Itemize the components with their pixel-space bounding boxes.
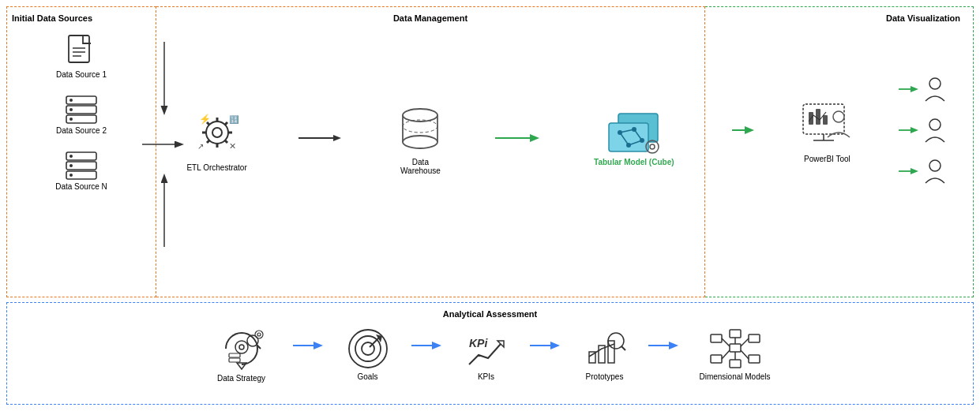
svg-rect-0 [69, 35, 89, 62]
kpis-icon: KPi [463, 327, 510, 371]
arrow-to-user-2 [899, 125, 921, 136]
svg-marker-100 [669, 342, 678, 349]
svg-point-79 [255, 331, 263, 338]
main-container: Initial Data Sources Data Source 1 [0, 0, 980, 411]
svg-marker-93 [550, 342, 560, 349]
data-strategy-item: Data Strategy [190, 325, 293, 383]
svg-point-15 [69, 174, 73, 177]
svg-point-65 [929, 78, 941, 89]
data-management-title: Data Management [161, 13, 700, 23]
svg-point-53 [650, 144, 655, 149]
analytical-assessment-title: Analytical Assessment [443, 309, 537, 319]
arrow-goals-kpis [411, 338, 443, 354]
warehouse-icon [396, 101, 444, 156]
warehouse-block: DataWarehouse [396, 101, 444, 175]
svg-rect-76 [229, 358, 240, 362]
svg-marker-55 [745, 126, 754, 134]
svg-text:⚡: ⚡ [199, 113, 211, 125]
svg-line-98 [621, 346, 625, 350]
kpis-label: KPIs [478, 372, 494, 381]
source-n-label: Data Source N [55, 182, 107, 191]
prototypes-item: Prototypes [561, 327, 648, 381]
source-2-label: Data Source 2 [56, 126, 107, 135]
arrow-to-user-1 [899, 84, 921, 95]
svg-marker-64 [911, 86, 918, 92]
svg-point-13 [69, 155, 73, 158]
etl-icon: ⚡ 🔢 ↗ ✕ [190, 105, 245, 160]
source-2: Data Source 2 [12, 95, 151, 135]
svg-rect-102 [730, 330, 741, 338]
svg-rect-106 [711, 334, 722, 342]
svg-point-20 [212, 128, 222, 137]
svg-text:↗: ↗ [197, 142, 204, 151]
svg-point-9 [69, 118, 73, 121]
powerbi-label: PowerBI Tool [804, 155, 850, 163]
svg-rect-104 [730, 360, 741, 368]
viz-flow: PowerBI Tool [710, 28, 968, 233]
svg-line-113 [741, 350, 749, 359]
svg-line-27 [224, 122, 227, 125]
user-1-row [899, 76, 946, 103]
svg-point-71 [929, 160, 941, 171]
tabular-model-icon [603, 110, 666, 158]
svg-line-26 [224, 140, 227, 143]
dimensional-models-label: Dimensional Models [699, 372, 770, 381]
blue-arrow-1 [293, 338, 325, 353]
analytical-assessment-panel: Analytical Assessment [6, 302, 974, 405]
user-icon-2 [924, 117, 946, 144]
svg-text:KPi: KPi [469, 337, 488, 349]
svg-point-8 [69, 108, 73, 111]
etl-label: ETL Orchestrator [186, 163, 246, 172]
svg-rect-101 [730, 344, 741, 352]
svg-rect-75 [229, 353, 240, 357]
initial-sources-panel: Initial Data Sources Data Source 1 [6, 6, 156, 297]
svg-point-74 [239, 345, 244, 349]
svg-point-73 [235, 341, 248, 353]
arrow-strategy-goals [293, 338, 325, 354]
powerbi-icon [799, 98, 854, 153]
source-arrows [141, 34, 188, 255]
prototypes-label: Prototypes [586, 372, 624, 381]
arrow-green-2 [732, 122, 756, 138]
document-icon [66, 34, 97, 69]
svg-point-14 [69, 164, 73, 167]
svg-marker-82 [314, 342, 323, 349]
data-strategy-label: Data Strategy [217, 374, 265, 383]
source-1-label: Data Source 1 [56, 70, 107, 79]
powerbi-block: PowerBI Tool [799, 98, 854, 163]
svg-marker-41 [530, 134, 539, 142]
user-3-row [899, 158, 946, 185]
user-icon-1 [924, 76, 946, 103]
dimensional-models-icon [708, 327, 763, 371]
users-block [899, 76, 946, 185]
svg-rect-62 [823, 115, 828, 125]
blue-arrow-4 [648, 338, 680, 353]
kpis-item: KPi KPIs [443, 327, 530, 381]
data-strategy-icon [218, 325, 265, 372]
svg-rect-61 [816, 109, 820, 125]
database-stack-icon-2 [64, 95, 99, 125]
goals-item: Goals [325, 327, 411, 381]
svg-marker-89 [432, 342, 441, 349]
svg-marker-34 [333, 135, 341, 141]
arrow-prototypes-dimensional [648, 338, 680, 354]
svg-marker-70 [911, 168, 918, 174]
svg-point-80 [257, 333, 261, 336]
etl-block: ⚡ 🔢 ↗ ✕ ETL Orchestrator [186, 105, 246, 172]
blue-arrow-3 [530, 338, 561, 353]
goals-label: Goals [357, 372, 377, 381]
svg-rect-112 [749, 355, 760, 363]
svg-line-28 [207, 140, 210, 143]
management-flow: ⚡ 🔢 ↗ ✕ ETL Orchestrator [161, 28, 700, 248]
warehouse-label: DataWarehouse [400, 158, 441, 175]
arrow-kpis-prototypes [530, 338, 561, 354]
goals-icon [346, 327, 390, 371]
svg-point-59 [833, 111, 844, 122]
arrow-to-user-3 [899, 166, 921, 177]
tabular-block: Tabular Model (Cube) [594, 110, 674, 166]
svg-point-35 [403, 109, 437, 121]
svg-point-38 [403, 136, 437, 148]
data-visualization-panel: Data Visualization [705, 6, 974, 297]
prototypes-icon [583, 327, 627, 371]
svg-line-111 [741, 338, 749, 346]
